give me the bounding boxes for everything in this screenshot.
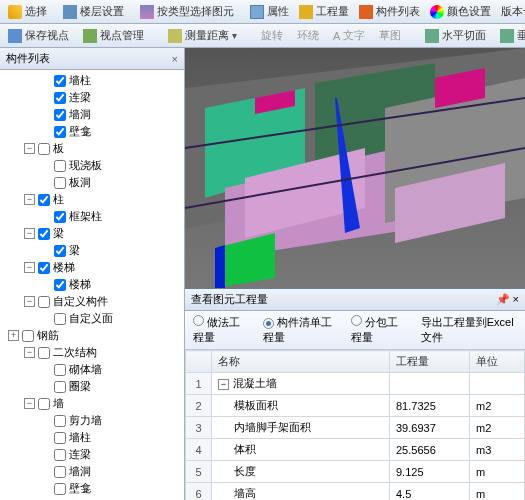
tree-checkbox[interactable] bbox=[54, 313, 66, 325]
type-select-button[interactable]: 按类型选择图元 bbox=[136, 3, 238, 20]
tree-item[interactable]: −梁 bbox=[0, 225, 184, 242]
viewpoint-mgmt-button[interactable]: 视点管理 bbox=[79, 27, 148, 44]
tree-label: 壁龛 bbox=[69, 124, 91, 139]
tree-item[interactable]: 墙洞 bbox=[0, 106, 184, 123]
h-section-button[interactable]: 水平切面 bbox=[421, 27, 490, 44]
twisty-icon[interactable]: − bbox=[24, 296, 35, 307]
tree-item[interactable]: 墙柱 bbox=[0, 72, 184, 89]
twisty-icon[interactable]: − bbox=[24, 262, 35, 273]
vcut-icon bbox=[500, 29, 514, 43]
twisty-icon[interactable]: − bbox=[24, 143, 35, 154]
quantity-panel: 查看图元工程量 📌 × 做法工程量 构件清单工程量 分包工程量 导出工程量到Ex… bbox=[185, 288, 525, 500]
select-button[interactable]: 选择 bbox=[4, 3, 51, 20]
tree-checkbox[interactable] bbox=[54, 483, 66, 495]
tree-item[interactable]: 连梁 bbox=[0, 446, 184, 463]
tree-checkbox[interactable] bbox=[54, 109, 66, 121]
tree-item[interactable]: 剪力墙 bbox=[0, 412, 184, 429]
tree-item[interactable]: −板 bbox=[0, 140, 184, 157]
tree-checkbox[interactable] bbox=[38, 143, 50, 155]
tree-item[interactable]: 砌体墙 bbox=[0, 361, 184, 378]
tree-item[interactable]: −二次结构 bbox=[0, 344, 184, 361]
tree-item[interactable]: +钢筋 bbox=[0, 327, 184, 344]
tree-checkbox[interactable] bbox=[54, 245, 66, 257]
table-row[interactable]: 3内墙脚手架面积39.6937m2 bbox=[186, 417, 525, 439]
twisty-icon[interactable]: − bbox=[24, 347, 35, 358]
tree-checkbox[interactable] bbox=[22, 330, 34, 342]
tree-checkbox[interactable] bbox=[54, 75, 66, 87]
tree-item[interactable]: −墙 bbox=[0, 395, 184, 412]
save-viewpoint-button[interactable]: 保存视点 bbox=[4, 27, 73, 44]
twisty-icon[interactable]: − bbox=[24, 194, 35, 205]
tree-checkbox[interactable] bbox=[54, 92, 66, 104]
tree-item[interactable]: 自定义面 bbox=[0, 310, 184, 327]
table-row[interactable]: 6墙高4.5m bbox=[186, 483, 525, 501]
tree-checkbox[interactable] bbox=[54, 160, 66, 172]
tree-label: 楼梯 bbox=[53, 260, 75, 275]
twisty-icon[interactable]: − bbox=[24, 398, 35, 409]
table-row[interactable]: 1−混凝土墙 bbox=[186, 373, 525, 395]
tree-label: 剪力墙 bbox=[69, 413, 102, 428]
quantity-table[interactable]: 名称 工程量 单位 1−混凝土墙2模板面积81.7325m23内墙脚手架面积39… bbox=[185, 350, 525, 500]
tree-checkbox[interactable] bbox=[54, 432, 66, 444]
tree-item[interactable]: −柱 bbox=[0, 191, 184, 208]
tree-label: 楼梯 bbox=[69, 277, 91, 292]
tree-checkbox[interactable] bbox=[54, 381, 66, 393]
tree-checkbox[interactable] bbox=[54, 177, 66, 189]
tree-item[interactable]: 梁 bbox=[0, 242, 184, 259]
tree-item[interactable]: 壁龛 bbox=[0, 480, 184, 497]
tree-item[interactable]: 板洞 bbox=[0, 174, 184, 191]
quantity-button[interactable]: 工程量 bbox=[295, 3, 353, 20]
radio-icon bbox=[351, 315, 362, 326]
tree-checkbox[interactable] bbox=[54, 466, 66, 478]
table-row[interactable]: 5长度9.125m bbox=[186, 461, 525, 483]
sidebar-close-icon[interactable]: × bbox=[172, 53, 178, 65]
table-row[interactable]: 4体积25.5656m3 bbox=[186, 439, 525, 461]
layer-setting-button[interactable]: 楼层设置 bbox=[59, 3, 128, 20]
tab-method[interactable]: 做法工程量 bbox=[193, 315, 251, 345]
text-button[interactable]: A 文字 bbox=[329, 27, 369, 44]
tab-sub[interactable]: 分包工程量 bbox=[351, 315, 409, 345]
tree-item[interactable]: 框架柱 bbox=[0, 208, 184, 225]
quantity-close-icon[interactable]: × bbox=[513, 293, 519, 305]
v-section-button[interactable]: 垂直切面 bbox=[496, 27, 525, 44]
tree-checkbox[interactable] bbox=[38, 194, 50, 206]
tree-checkbox[interactable] bbox=[54, 211, 66, 223]
tree-checkbox[interactable] bbox=[54, 279, 66, 291]
tree-item[interactable]: 墙柱 bbox=[0, 429, 184, 446]
component-tree[interactable]: 墙柱连梁墙洞壁龛−板现浇板板洞−柱框架柱−梁梁−楼梯楼梯−自定义构件自定义面+钢… bbox=[0, 70, 184, 500]
properties-button[interactable]: 属性 bbox=[246, 3, 293, 20]
tree-item[interactable]: 圈梁 bbox=[0, 378, 184, 395]
collapse-icon[interactable]: − bbox=[218, 379, 229, 390]
tree-checkbox[interactable] bbox=[38, 398, 50, 410]
pin-icon[interactable]: 📌 bbox=[496, 293, 510, 305]
tree-item[interactable]: 壁龛 bbox=[0, 123, 184, 140]
tree-item[interactable]: −楼梯 bbox=[0, 259, 184, 276]
measure-button[interactable]: 测量距离 ▾ bbox=[164, 27, 241, 44]
tree-checkbox[interactable] bbox=[54, 364, 66, 376]
tree-checkbox[interactable] bbox=[54, 126, 66, 138]
tree-checkbox[interactable] bbox=[38, 262, 50, 274]
tree-item[interactable]: −自定义构件 bbox=[0, 293, 184, 310]
color-setting-button[interactable]: 颜色设置 bbox=[426, 3, 495, 20]
tab-bill[interactable]: 构件清单工程量 bbox=[263, 315, 339, 345]
sketch-button[interactable]: 草图 bbox=[375, 27, 405, 44]
twisty-icon[interactable]: − bbox=[24, 228, 35, 239]
tree-item[interactable]: 墙洞 bbox=[0, 463, 184, 480]
hcut-icon bbox=[425, 29, 439, 43]
table-row[interactable]: 2模板面积81.7325m2 bbox=[186, 395, 525, 417]
rotate-button[interactable]: 旋转 bbox=[257, 27, 287, 44]
tree-checkbox[interactable] bbox=[38, 347, 50, 359]
component-list-button[interactable]: 构件列表 bbox=[355, 3, 424, 20]
tree-item[interactable]: 楼梯 bbox=[0, 276, 184, 293]
3d-viewport[interactable] bbox=[185, 48, 525, 288]
version-button[interactable]: 版本号 bbox=[497, 3, 525, 20]
tree-checkbox[interactable] bbox=[54, 449, 66, 461]
rotate-around-button[interactable]: 环绕 bbox=[293, 27, 323, 44]
tree-item[interactable]: 现浇板 bbox=[0, 157, 184, 174]
tree-checkbox[interactable] bbox=[54, 415, 66, 427]
twisty-icon[interactable]: + bbox=[8, 330, 19, 341]
tree-item[interactable]: 连梁 bbox=[0, 89, 184, 106]
export-link[interactable]: 导出工程量到Excel文件 bbox=[421, 315, 517, 345]
tree-checkbox[interactable] bbox=[38, 296, 50, 308]
tree-checkbox[interactable] bbox=[38, 228, 50, 240]
